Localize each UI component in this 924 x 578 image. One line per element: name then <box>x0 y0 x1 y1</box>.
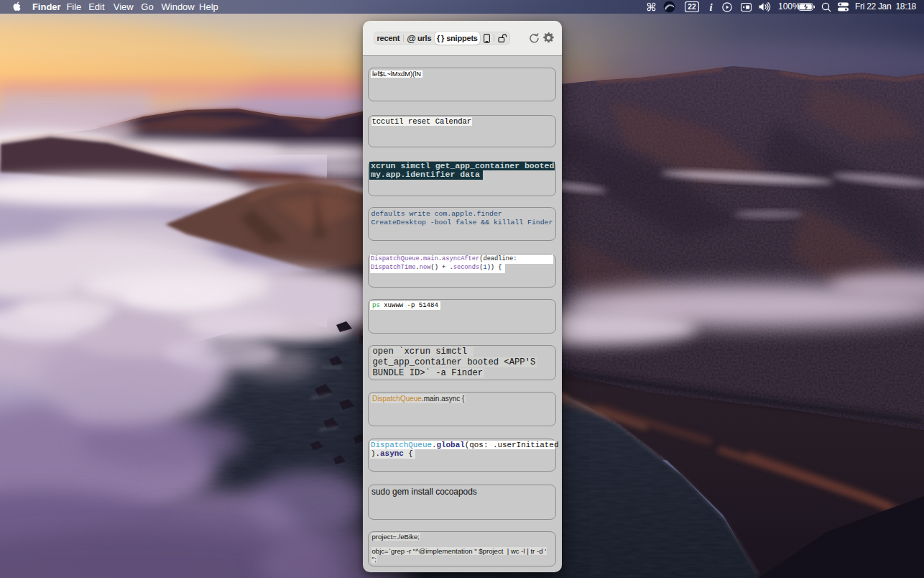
svg-text:i: i <box>709 1 712 12</box>
svg-text:22: 22 <box>688 3 696 11</box>
